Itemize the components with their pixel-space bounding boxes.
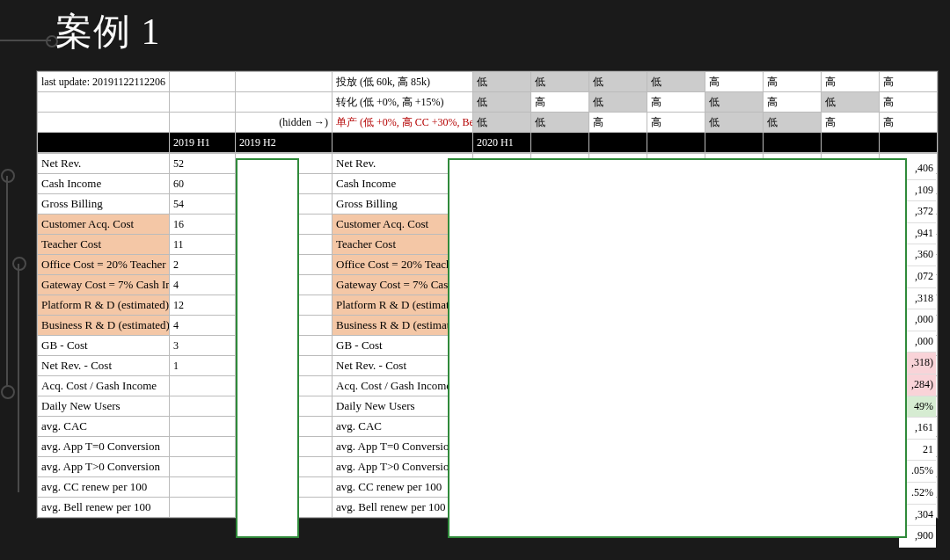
level-cell: 低 (764, 113, 822, 133)
row-label: avg. CC renew per 100 (38, 477, 170, 498)
deco-line (18, 264, 19, 492)
row-label: Office Cost = 20% Teacher (38, 255, 170, 275)
level-cell: 低 (473, 92, 531, 113)
overlay-box-left (236, 158, 299, 538)
deco-dot (1, 169, 15, 183)
overlay-box-right (448, 158, 907, 538)
row-label: GB - Cost (38, 336, 170, 356)
value-2019h1: 4 (170, 316, 236, 336)
row-label: Daily New Users (38, 396, 170, 417)
level-cell: 低 (647, 72, 705, 92)
value-2019h1: 11 (170, 235, 236, 255)
level-cell: 低 (589, 92, 647, 113)
row-label: Gross Billing (38, 194, 170, 215)
last-update-cell: last update: 20191122112206 (38, 72, 170, 92)
value-2019h1: 2 (170, 255, 236, 275)
scenario-1-label: 投放 (低 60k, 高 85k) (332, 72, 473, 92)
title-text: 案例 (55, 11, 131, 52)
row-label: Platform R & D (estimated) (38, 295, 170, 316)
scenario-3-label: 单产 (低 +0%, 高 CC +30%, Bell + 70%) (332, 113, 473, 133)
value-2019h1 (170, 457, 236, 477)
level-cell: 低 (822, 92, 880, 113)
deco-dot (12, 257, 26, 271)
period-b: 2019 H2 (236, 133, 332, 153)
level-cell: 高 (531, 92, 589, 113)
scenario-2-label: 转化 (低 +0%, 高 +15%) (332, 92, 473, 113)
row-label: Acq. Cost / Gash Income (38, 376, 170, 396)
level-cell: 高 (764, 92, 822, 113)
value-2019h1: 54 (170, 194, 236, 215)
period-c: 2020 H1 (473, 133, 531, 153)
level-cell: 高 (764, 72, 822, 92)
value-2019h1 (170, 396, 236, 417)
header-table: last update: 20191122112206 投放 (低 60k, 高… (37, 71, 938, 153)
level-cell: 高 (647, 92, 705, 113)
value-2019h1: 4 (170, 275, 236, 295)
hidden-marker: (hidden →) (236, 113, 332, 133)
hdr-row-3: (hidden →) 单产 (低 +0%, 高 CC +30%, Bell + … (38, 113, 938, 133)
value-2019h1 (170, 376, 236, 396)
level-cell: 高 (880, 72, 938, 92)
level-cell: 高 (880, 92, 938, 113)
value-2019h1: 16 (170, 215, 236, 235)
deco-line (6, 176, 8, 387)
value-2019h1: 12 (170, 295, 236, 316)
level-cell: 低 (705, 113, 764, 133)
row-label: Business R & D (estimated) (38, 316, 170, 336)
row-label: avg. CAC (38, 417, 170, 437)
row-label: Net Rev. (38, 154, 170, 174)
slide-title: 案例 1 (55, 7, 161, 56)
value-2019h1 (170, 417, 236, 437)
level-cell: 低 (531, 72, 589, 92)
period-row: 2019 H1 2019 H2 2020 H1 (38, 133, 938, 153)
value-2019h1: 1 (170, 356, 236, 376)
row-label: avg. App T=0 Conversion (38, 437, 170, 457)
slide-stage: 案例 1 last update: 20191122112206 投放 (低 6… (0, 0, 950, 560)
row-label: avg. Bell renew per 100 (38, 498, 170, 518)
value-2019h1: 52 (170, 154, 236, 174)
level-cell: 高 (647, 113, 705, 133)
level-cell: 高 (589, 113, 647, 133)
level-cell: 低 (531, 113, 589, 133)
row-label: Teacher Cost (38, 235, 170, 255)
level-cell: 低 (705, 92, 764, 113)
row-label: Gateway Cost = 7% Cash In (38, 275, 170, 295)
deco-dot (1, 385, 15, 399)
level-cell: 低 (473, 113, 531, 133)
period-a: 2019 H1 (170, 133, 236, 153)
row-label: Customer Acq. Cost (38, 215, 170, 235)
value-2019h1: 60 (170, 174, 236, 194)
value-2019h1: 3 (170, 336, 236, 356)
level-cell: 高 (822, 113, 880, 133)
level-cell: 低 (589, 72, 647, 92)
hdr-row-1: last update: 20191122112206 投放 (低 60k, 高… (38, 72, 938, 92)
hdr-row-2: 转化 (低 +0%, 高 +15%) 低 高 低 高 低 高 低 高 (38, 92, 938, 113)
level-cell: 高 (705, 72, 764, 92)
value-2019h1 (170, 498, 236, 518)
deco-line (0, 40, 51, 41)
level-cell: 高 (880, 113, 938, 133)
title-number: 1 (142, 11, 161, 52)
value-2019h1 (170, 437, 236, 457)
level-cell: 高 (822, 72, 880, 92)
value-2019h1 (170, 477, 236, 498)
row-label: Net Rev. - Cost (38, 356, 170, 376)
row-label: Cash Income (38, 174, 170, 194)
level-cell: 低 (473, 72, 531, 92)
row-label: avg. App T>0 Conversion (38, 457, 170, 477)
